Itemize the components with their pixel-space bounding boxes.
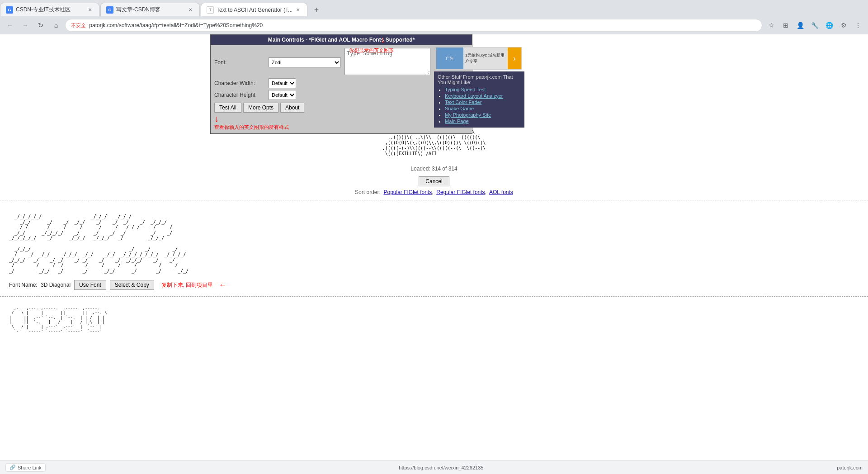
big-ascii-art: _/_/_/_/_/ _/_/_/ _/_/_/ _/_/ _/ _/ _/_/…: [0, 205, 868, 278]
share-link-label: Share Link: [18, 465, 42, 470]
char-width-row: Character Width: Default: [214, 78, 430, 88]
sort-order-prefix: Sort order:: [355, 189, 381, 195]
char-height-select[interactable]: Default: [269, 90, 296, 100]
bottom-hint: 查看你输入的英文图形的所有样式: [214, 124, 430, 131]
popular-figlet-link[interactable]: Popular FIGlet fonts: [383, 189, 432, 195]
tab-label-2: 写文章-CSDN博客: [116, 6, 185, 14]
extensions-button[interactable]: 🔧: [808, 19, 821, 32]
photography-link[interactable]: My Photography Site: [445, 112, 491, 118]
security-indicator: 不安全: [71, 22, 86, 29]
font-row: Font: Zodi ↓ 你想显: [214, 48, 430, 76]
char-width-control: Default: [269, 78, 430, 88]
char-height-row: Character Height: Default: [214, 90, 430, 100]
small-ascii-art: ,-. ,---. ,-----. ,-----. ,-----. / \ | …: [0, 301, 868, 338]
tab-close-2[interactable]: ✕: [187, 6, 194, 14]
url-bar[interactable]: 不安全 patorjk.com/software/taag/#p=testall…: [65, 19, 762, 32]
back-button[interactable]: ←: [4, 19, 16, 32]
sidebar-title: Other Stuff From patorjk.com That You Mi…: [438, 74, 521, 85]
font-name-area: Font Name: 3D Diagonal Use Font Select &…: [0, 278, 868, 292]
copy-hint: 复制下来, 回到项目里: [161, 281, 213, 289]
tab-ascii[interactable]: T Text to ASCII Art Generator (T... ✕: [201, 3, 307, 16]
content-area[interactable]: Main Controls - *FIGlet and AOL Macro Fo…: [0, 34, 868, 460]
menu-button[interactable]: ⋮: [852, 19, 864, 32]
sort-order: Sort order: Popular FIGlet fonts, Regula…: [0, 189, 868, 195]
sidebar-item-text-color: Text Color Fader: [445, 100, 521, 105]
sidebar-item-typing: Typing Speed Test: [445, 87, 521, 92]
forward-button[interactable]: →: [19, 19, 32, 32]
new-tab-button[interactable]: +: [310, 4, 323, 16]
page-content: Main Controls - *FIGlet and AOL Macro Fo…: [0, 34, 868, 396]
char-height-label: Character Height:: [214, 92, 269, 98]
home-button[interactable]: ⌂: [50, 19, 62, 32]
sidebar-links: Typing Speed Test Keyboard Layout Analzy…: [438, 87, 521, 124]
ad-area: 广告 1元抢购.xyz 域名新用户专享 ›: [436, 47, 522, 70]
divider-2: [0, 296, 868, 297]
tab-bar: G CSDN-专业IT技术社区 ✕ G 写文章-CSDN博客 ✕ T Text …: [0, 0, 868, 16]
sidebar-item-photography: My Photography Site: [445, 112, 521, 118]
divider-1: [0, 200, 868, 200]
tab-label-1: CSDN-专业IT技术社区: [16, 6, 85, 14]
font-name-label: Font Name: 3D Diagonal: [9, 282, 71, 288]
patorjk-logo: patorjk.com: [837, 465, 863, 470]
typing-speed-link[interactable]: Typing Speed Test: [445, 87, 486, 92]
user-account-button[interactable]: ⚙: [837, 19, 850, 32]
bookmark-button[interactable]: ☆: [765, 19, 778, 32]
translate-button[interactable]: ⊞: [779, 19, 792, 32]
sidebar-item-keyboard: Keyboard Layout Analzyer: [445, 93, 521, 99]
snake-game-link[interactable]: Snake Game: [445, 106, 474, 111]
font-control: Zodi: [269, 57, 341, 67]
share-icon: 🔗: [9, 465, 16, 470]
font-select[interactable]: Zodi: [269, 57, 341, 67]
cancel-button[interactable]: Cancel: [419, 176, 449, 186]
tab-favicon-3: T: [207, 6, 214, 14]
char-width-select[interactable]: Default: [269, 78, 296, 88]
sidebar-item-snake: Snake Game: [445, 106, 521, 111]
select-copy-button[interactable]: Select & Copy: [110, 280, 154, 290]
regular-figlet-link[interactable]: Regular FIGlet fonts: [436, 189, 485, 195]
bottom-bar: 🔗 Share Link https://blog.csdn.net/weixi…: [0, 460, 868, 474]
keyboard-link[interactable]: Keyboard Layout Analzyer: [445, 93, 503, 99]
reload-button[interactable]: ↻: [34, 19, 47, 32]
font-label: Font:: [214, 59, 269, 66]
tab-csdn2[interactable]: G 写文章-CSDN博客 ✕: [100, 3, 200, 16]
address-bar: ← → ↻ ⌂ 不安全 patorjk.com/software/taag/#p…: [0, 16, 868, 34]
browser-frame: G CSDN-专业IT技术社区 ✕ G 写文章-CSDN博客 ✕ T Text …: [0, 0, 868, 474]
controls-body: Font: Zodi ↓ 你想显: [211, 45, 472, 133]
more-opts-button[interactable]: More Opts: [243, 103, 278, 113]
text-color-link[interactable]: Text Color Fader: [445, 100, 481, 105]
controls-panel: Main Controls - *FIGlet and AOL Macro Fo…: [210, 34, 472, 134]
char-height-control: Default: [269, 90, 430, 100]
tab-favicon-2: G: [106, 6, 113, 14]
cancel-btn-wrap: Cancel: [0, 176, 868, 186]
input-area: 你想显示的英文图形: [344, 48, 430, 76]
controls-right: 广告 1元抢购.xyz 域名新用户专享 › Other Stuff From p…: [434, 45, 524, 133]
controls-title: Main Controls - *FIGlet and AOL Macro Fo…: [211, 35, 472, 45]
profile-button[interactable]: 👤: [794, 19, 807, 32]
browser-actions: ☆ ⊞ 👤 🔧 🌐 ⚙ ⋮: [765, 19, 864, 32]
ad-text: 1元抢购.xyz 域名新用户专享: [463, 52, 508, 65]
copy-arrow: ←: [219, 280, 227, 290]
tab-favicon-1: G: [6, 6, 13, 14]
earth-button[interactable]: 🌐: [823, 19, 835, 32]
ad-image: 广告: [436, 47, 463, 70]
sidebar-item-main: Main Page: [445, 118, 521, 124]
controls-left: Font: Zodi ↓ 你想显: [211, 45, 434, 133]
tab-label-3: Text to ASCII Art Generator (T...: [217, 7, 292, 13]
about-button[interactable]: About: [280, 103, 304, 113]
tab-csdn1[interactable]: G CSDN-专业IT技术社区 ✕: [0, 3, 99, 16]
loaded-text: Loaded: 314 of 314: [0, 166, 868, 172]
char-width-label: Character Width:: [214, 80, 269, 86]
text-input[interactable]: [344, 48, 430, 75]
url-text: patorjk.com/software/taag/#p=testall&f=Z…: [89, 22, 756, 28]
tab-close-3[interactable]: ✕: [294, 6, 302, 14]
url-status: https://blog.csdn.net/weixin_42262135: [399, 465, 483, 470]
buttons-row: Test All More Opts About: [214, 103, 430, 113]
use-font-button[interactable]: Use Font: [74, 280, 106, 290]
sidebar-panel: Other Stuff From patorjk.com That You Mi…: [434, 71, 524, 128]
main-page-link[interactable]: Main Page: [445, 118, 469, 124]
ad-button[interactable]: ›: [508, 47, 521, 70]
test-all-button[interactable]: Test All: [214, 103, 241, 113]
tab-close-1[interactable]: ✕: [86, 6, 94, 14]
aol-fonts-link[interactable]: AOL fonts: [489, 189, 513, 195]
share-link-button[interactable]: 🔗 Share Link: [5, 463, 46, 472]
